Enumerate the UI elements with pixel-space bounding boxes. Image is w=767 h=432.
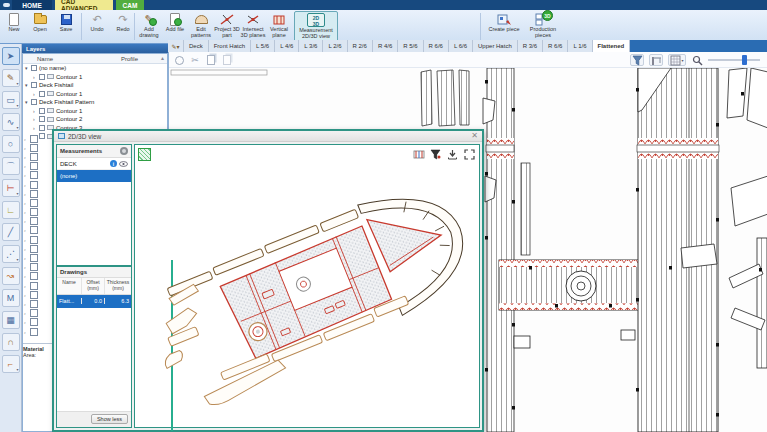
doc-tab[interactable]: R 5/6 (398, 40, 423, 52)
deck-3d-canvas[interactable] (134, 144, 480, 428)
doc-tab[interactable]: L 2/6 (323, 40, 347, 52)
ribbon-tab-home[interactable]: HOME (12, 0, 52, 10)
node-tool[interactable]: ⋰▾ (2, 245, 20, 263)
freehand-tool[interactable]: ∿▾ (2, 113, 20, 131)
layer-row[interactable]: Deck Fishtail Pattern (23, 98, 167, 107)
contour-shape-icon (47, 117, 54, 122)
layer-checkbox[interactable] (31, 65, 37, 71)
doc-tab[interactable]: R 4/6 (373, 40, 398, 52)
project-3d-part-button[interactable]: Project 3D part (214, 11, 240, 42)
vertical-plane-icon (272, 12, 286, 26)
doc-tab[interactable]: L 6/6 (449, 40, 473, 52)
layer-row[interactable]: Contour 2 (23, 115, 167, 124)
doc-tab[interactable]: R 2/6 (348, 40, 373, 52)
circle-select-icon[interactable] (173, 54, 185, 66)
layer-checkbox[interactable] (39, 116, 45, 122)
layer-row[interactable]: (no name) (23, 64, 167, 73)
doc-tab[interactable]: R 6/6 (543, 40, 568, 52)
ribbon-tab-cad-advanced[interactable]: CAD ADVANCED (55, 0, 113, 10)
zoom-icon[interactable] (691, 54, 703, 66)
doc-tab[interactable]: L 1/6 (568, 40, 592, 52)
zoom-slider[interactable] (708, 59, 760, 61)
corner-tool[interactable]: ⌐▾ (2, 355, 20, 373)
doc-tab-upper-hatch[interactable]: Upper Hatch (473, 40, 518, 52)
pen-tool[interactable]: ✎▾ (2, 69, 20, 87)
add-file-button[interactable]: Add file (162, 11, 188, 42)
mirror-tool-button[interactable] (649, 54, 663, 66)
intersect-3d-planes-button[interactable]: Intersect 3D planes (240, 11, 266, 42)
mesh-deform-tool[interactable]: ▦ (2, 311, 20, 329)
ellipse-tool[interactable]: ○ (2, 135, 20, 153)
add-drawing-button[interactable]: ✎ Add drawing (136, 11, 162, 42)
select-tool[interactable]: ➤ (2, 47, 20, 65)
production-pieces-icon: 3D (535, 12, 551, 26)
layer-row[interactable]: Contour 1 (23, 90, 167, 99)
layer-checkbox[interactable] (39, 91, 45, 97)
info-icon[interactable] (110, 160, 117, 167)
curve-tool[interactable]: ↝ (2, 267, 20, 285)
zoom-slider-handle[interactable] (742, 55, 747, 65)
edit-patterns-button[interactable]: Edit patterns (188, 11, 214, 42)
layer-row[interactable]: Contour 1 (23, 107, 167, 116)
save-button[interactable]: Save (53, 11, 79, 42)
polyline-tool[interactable]: ∟ (2, 201, 20, 219)
paste-icon[interactable] (221, 54, 233, 66)
drawing-row-flattened-selected[interactable]: Flatt... 0.0 6.3 (57, 295, 131, 308)
filter-button[interactable] (630, 54, 644, 66)
redo-button[interactable]: ↷ Redo (110, 11, 136, 42)
doc-tab-front-hatch[interactable]: Front Hatch (209, 40, 251, 52)
window-icon (58, 133, 65, 139)
dimension-tool[interactable]: ⊢▾ (2, 179, 20, 197)
layer-row[interactable]: Contour 1 (23, 73, 167, 82)
line-tool[interactable]: ╱ (2, 223, 20, 241)
doc-tab[interactable]: R 3/6 (518, 40, 543, 52)
undo-button[interactable]: ↶ Undo (84, 11, 110, 42)
show-less-button[interactable]: Show less (91, 414, 128, 424)
eye-icon[interactable] (119, 161, 128, 167)
pattern-column-left (483, 68, 514, 432)
magnifier-icon (692, 55, 703, 66)
tab-bar-pen-menu[interactable]: ✎▾ (168, 40, 184, 52)
new-button[interactable]: New (1, 11, 27, 42)
vertical-plane-button[interactable]: Vertical plane (266, 11, 292, 42)
doc-tab[interactable]: R 6/6 (424, 40, 449, 52)
layer-row[interactable]: Deck Fishtail (23, 81, 167, 90)
2d3d-view-window[interactable]: 2D/3D view ✕ Measurements DECK (none) Dr… (52, 129, 484, 432)
production-pieces-button[interactable]: 3D Production pieces (523, 11, 563, 42)
text-tool[interactable]: M (2, 289, 20, 307)
layer-checkbox[interactable] (39, 108, 45, 114)
doc-tab-deck[interactable]: Deck (184, 40, 209, 52)
doc-tab-flattened-active[interactable]: Flattened (593, 40, 631, 52)
measurement-row-deck[interactable]: DECK (57, 158, 131, 170)
layers-panel-header: Layers (22, 44, 168, 53)
contour-shape-icon (47, 108, 54, 113)
grid-button[interactable]: ▾ (668, 54, 686, 66)
measure-settings-icon[interactable] (120, 147, 128, 155)
rectangle-tool[interactable]: ▭▾ (2, 91, 20, 109)
boat-deck-3d-drawing[interactable] (135, 145, 485, 431)
dome-tool[interactable]: ∩ (2, 333, 20, 351)
arc-tool[interactable]: ⌒ (2, 157, 20, 175)
doc-tab[interactable]: L 4/6 (275, 40, 299, 52)
layer-checkbox[interactable] (39, 125, 45, 131)
layer-checkbox[interactable] (31, 99, 37, 105)
doc-tab[interactable]: L 3/6 (299, 40, 323, 52)
ribbon-tab-cam[interactable]: CAM (116, 0, 144, 10)
layer-checkbox[interactable] (39, 74, 45, 80)
2d3d-window-titlebar[interactable]: 2D/3D view ✕ (54, 131, 482, 142)
doc-tab[interactable]: L 5/6 (251, 40, 275, 52)
drawing-tool-palette: ➤ ✎▾ ▭▾ ∿▾ ○ ⌒ ⊢▾ ∟ ╱ ⋰▾ ↝ M ▦ ∩ ⌐▾ (0, 44, 22, 432)
2d3d-view-icon: 2D3D (307, 13, 325, 27)
material-area-label: Area: (23, 352, 52, 358)
close-icon[interactable]: ✕ (471, 132, 478, 140)
create-piece-button[interactable]: Create piece (487, 11, 521, 42)
cut-icon[interactable]: ✂ (189, 54, 201, 66)
scroll-up-icon[interactable]: ▲ (160, 55, 165, 61)
measurement-2d3d-view-button[interactable]: 2D3D Measurement 2D/3D view (294, 11, 338, 42)
grid-dropdown-arrow[interactable]: ▾ (681, 58, 683, 63)
ribbon-separator (480, 13, 481, 40)
copy-icon[interactable] (205, 54, 217, 66)
measurement-row-none-selected[interactable]: (none) (57, 170, 131, 182)
open-button[interactable]: Open (27, 11, 53, 42)
layer-checkbox[interactable] (31, 82, 37, 88)
